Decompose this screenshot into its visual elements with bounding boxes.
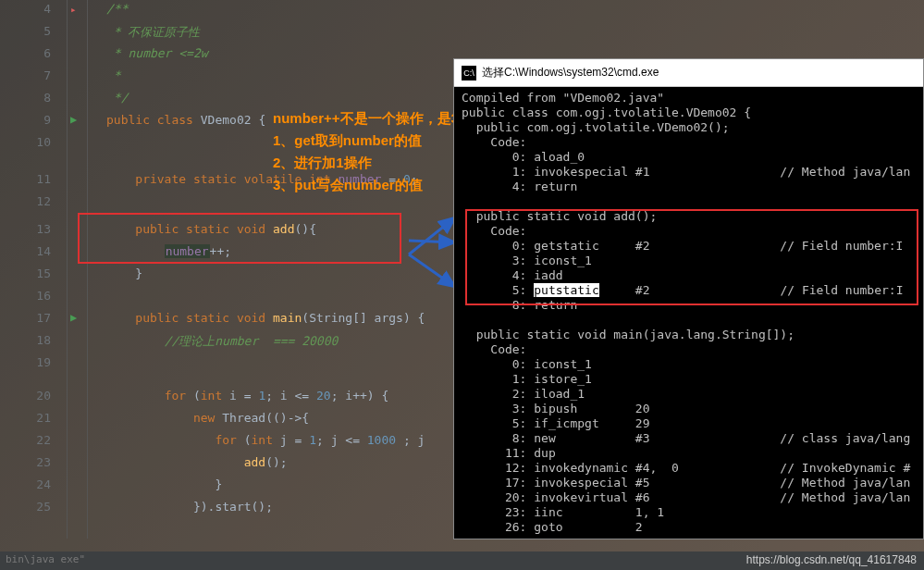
- line-number: 10: [28, 135, 51, 149]
- line-number: 13: [28, 222, 51, 236]
- line-number: 24: [28, 477, 51, 491]
- code-line[interactable]: new Thread(()->{: [106, 411, 309, 425]
- line-number: 12: [28, 194, 51, 208]
- cmd-icon: C:\: [462, 66, 476, 81]
- bookmark-icon[interactable]: ▸: [70, 4, 77, 16]
- code-line[interactable]: for (int i = 1; i <= 20; i++) {: [106, 389, 388, 403]
- annotation-4: 3、put写会number的值: [273, 177, 423, 194]
- code-line[interactable]: add();: [106, 455, 288, 469]
- run-gutter-icon-2[interactable]: ▶: [70, 311, 77, 324]
- annotation-2: 1、get取到number的值: [273, 132, 422, 150]
- line-number: 22: [28, 433, 51, 447]
- cmd-window[interactable]: C:\ 选择C:\Windows\system32\cmd.exe Compil…: [453, 58, 924, 539]
- code-line[interactable]: * number <=2w: [106, 46, 208, 60]
- code-line[interactable]: }).start();: [106, 500, 273, 514]
- line-number: 6: [28, 46, 51, 60]
- code-line[interactable]: *: [106, 68, 121, 82]
- watermark: https://blog.csdn.net/qq_41617848: [746, 553, 917, 566]
- code-line[interactable]: }: [106, 266, 142, 280]
- svg-line-2: [409, 241, 455, 242]
- annotation-3: 2、进行加1操作: [273, 155, 372, 172]
- line-number: 19: [28, 355, 51, 369]
- line-number: 4: [28, 2, 51, 16]
- code-line[interactable]: */: [106, 91, 128, 105]
- cmd-title-text: 选择C:\Windows\system32\cmd.exe: [482, 65, 659, 81]
- line-number: 23: [28, 455, 51, 469]
- code-line[interactable]: for (int j = 1; j <= 1000 ; j: [106, 433, 425, 447]
- code-line[interactable]: }: [106, 477, 222, 491]
- line-number: 7: [28, 68, 51, 82]
- line-number: 18: [28, 333, 51, 347]
- cmd-titlebar[interactable]: C:\ 选择C:\Windows\system32\cmd.exe: [454, 59, 923, 87]
- line-number: 14: [28, 244, 51, 258]
- svg-line-3: [409, 254, 455, 287]
- line-number: 25: [28, 500, 51, 514]
- line-number: 21: [28, 411, 51, 425]
- code-line[interactable]: public static void main(String[] args) {: [106, 311, 425, 325]
- line-number: 17: [28, 311, 51, 325]
- cmd-post: #2 // Field number:I 8: return public st…: [462, 283, 910, 534]
- line-number: 5: [28, 24, 51, 38]
- cmd-body[interactable]: Compiled from "VDemo02.java" public clas…: [454, 87, 923, 539]
- line-number: 9: [28, 113, 51, 127]
- line-number: 16: [28, 289, 51, 303]
- gutter-divider-2: [87, 0, 88, 539]
- line-number: 20: [28, 389, 51, 403]
- code-line[interactable]: /**: [106, 2, 128, 16]
- gutter: 45678910111213141516171819202122232425: [0, 0, 83, 539]
- status-text: bin\java exe": [6, 553, 85, 565]
- code-line[interactable]: //理论上number === 20000: [106, 333, 338, 350]
- line-number: 11: [28, 172, 51, 186]
- code-line[interactable]: public class VDemo02 {: [106, 113, 265, 127]
- line-number: 15: [28, 266, 51, 280]
- red-highlight-cmd: [465, 209, 918, 305]
- line-number: 8: [28, 91, 51, 105]
- run-gutter-icon[interactable]: ▶: [70, 113, 77, 126]
- red-highlight-editor: [78, 213, 401, 264]
- code-line[interactable]: * 不保证原子性: [106, 24, 200, 41]
